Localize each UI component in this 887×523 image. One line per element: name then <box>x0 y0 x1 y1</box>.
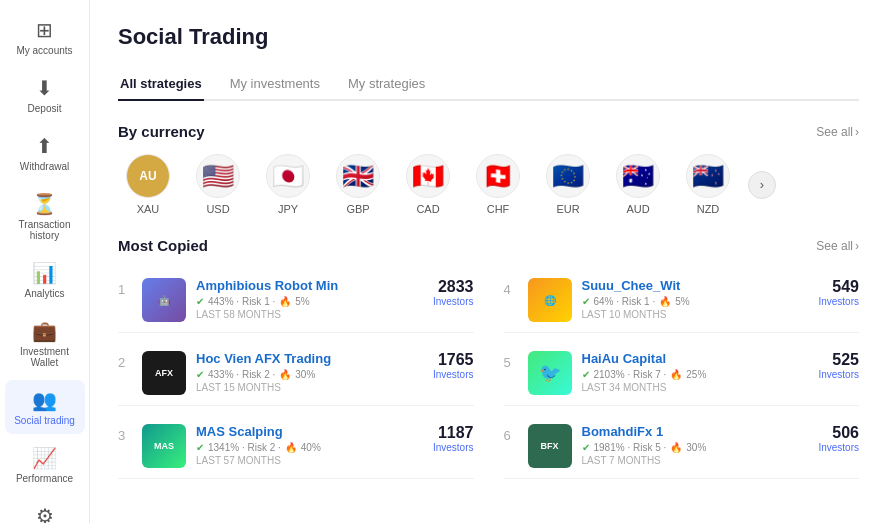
strategy-name-6[interactable]: BomahdiFx 1 <box>582 424 809 439</box>
currency-section-title: By currency <box>118 123 205 140</box>
sidebar-item-social-trading[interactable]: 👥 Social trading <box>5 380 85 434</box>
flag-chf: 🇨🇭 <box>476 154 520 198</box>
flag-cad: 🇨🇦 <box>406 154 450 198</box>
flag-eur: 🇪🇺 <box>546 154 590 198</box>
currency-item-eur[interactable]: 🇪🇺 EUR <box>538 154 598 215</box>
strategy-investors-4: 549 Investors <box>818 278 859 307</box>
tab-bar: All strategies My investments My strateg… <box>118 68 859 101</box>
strategy-thumb-4: 🌐 <box>528 278 572 322</box>
most-copied-grid: 1 🤖 Amphibious Robot Min ✔ 443% · Risk 1… <box>118 268 859 479</box>
sidebar: ⊞ My accounts ⬇ Deposit ⬆ Withdrawal ⏳ T… <box>0 0 90 523</box>
check-icon: ✔ <box>582 296 590 307</box>
currency-label-chf: CHF <box>487 203 510 215</box>
strategy-row-6: 6 BFX BomahdiFx 1 ✔ 1981% · Risk 5 · 🔥 3… <box>504 414 860 479</box>
wallet-icon: 💼 <box>32 319 57 343</box>
currency-label-gbp: GBP <box>346 203 369 215</box>
tab-all-strategies[interactable]: All strategies <box>118 68 204 101</box>
strategy-thumb-1: 🤖 <box>142 278 186 322</box>
strategy-investors-2: 1765 Investors <box>433 351 474 380</box>
strategy-info-6: BomahdiFx 1 ✔ 1981% · Risk 5 · 🔥 30% LAS… <box>582 424 809 466</box>
currency-item-usd[interactable]: 🇺🇸 USD <box>188 154 248 215</box>
strategy-info-2: Hoc Vien AFX Trading ✔ 433% · Risk 2 · 🔥… <box>196 351 423 393</box>
currency-next-button[interactable]: › <box>748 171 776 199</box>
currency-list: AU XAU 🇺🇸 USD 🇯🇵 JPY 🇬🇧 GBP 🇨🇦 CAD 🇨🇭 CH… <box>118 154 859 215</box>
flag-usd: 🇺🇸 <box>196 154 240 198</box>
flag-aud: 🇦🇺 <box>616 154 660 198</box>
strategy-row-4: 4 🌐 Suuu_Chee_Wit ✔ 64% · Risk 1 · 🔥 5% … <box>504 268 860 333</box>
strategy-rank-3: 3 <box>118 428 132 443</box>
strategy-rank-6: 6 <box>504 428 518 443</box>
sidebar-item-performance[interactable]: 📈 Performance <box>5 438 85 492</box>
currency-item-cad[interactable]: 🇨🇦 CAD <box>398 154 458 215</box>
tab-my-investments[interactable]: My investments <box>228 68 322 101</box>
chevron-right-icon: › <box>855 125 859 139</box>
flag-jpy: 🇯🇵 <box>266 154 310 198</box>
strategy-meta-6: ✔ 1981% · Risk 5 · 🔥 30% <box>582 442 809 453</box>
strategy-name-5[interactable]: HaiAu Capital <box>582 351 809 366</box>
currency-see-all[interactable]: See all › <box>816 125 859 139</box>
strategy-investors-6: 506 Investors <box>818 424 859 453</box>
strategy-name-2[interactable]: Hoc Vien AFX Trading <box>196 351 423 366</box>
sidebar-item-withdrawal[interactable]: ⬆ Withdrawal <box>5 126 85 180</box>
strategy-info-5: HaiAu Capital ✔ 2103% · Risk 7 · 🔥 25% L… <box>582 351 809 393</box>
strategy-duration-5: LAST 34 MONTHS <box>582 382 809 393</box>
strategy-meta-3: ✔ 1341% · Risk 2 · 🔥 40% <box>196 442 423 453</box>
sidebar-item-investment-wallet[interactable]: 💼 Investment Wallet <box>5 311 85 376</box>
sidebar-label: My accounts <box>16 45 72 56</box>
strategy-thumb-3: MAS <box>142 424 186 468</box>
withdrawal-icon: ⬆ <box>36 134 53 158</box>
social-trading-icon: 👥 <box>32 388 57 412</box>
currency-label-xau: XAU <box>137 203 160 215</box>
strategy-row-1: 1 🤖 Amphibious Robot Min ✔ 443% · Risk 1… <box>118 268 474 333</box>
fire-icon: 🔥 <box>659 296 671 307</box>
currency-item-xau[interactable]: AU XAU <box>118 154 178 215</box>
most-copied-section-header: Most Copied See all › <box>118 237 859 254</box>
performance-icon: 📈 <box>32 446 57 470</box>
check-icon: ✔ <box>582 442 590 453</box>
strategy-duration-6: LAST 7 MONTHS <box>582 455 809 466</box>
check-icon: ✔ <box>196 369 204 380</box>
currency-label-aud: AUD <box>626 203 649 215</box>
analytics-icon: 📊 <box>32 261 57 285</box>
strategy-investors-5: 525 Investors <box>818 351 859 380</box>
page-title: Social Trading <box>118 24 859 50</box>
sidebar-item-analytics[interactable]: 📊 Analytics <box>5 253 85 307</box>
currency-item-jpy[interactable]: 🇯🇵 JPY <box>258 154 318 215</box>
strategy-investors-3: 1187 Investors <box>433 424 474 453</box>
strategy-row-2: 2 AFX Hoc Vien AFX Trading ✔ 433% · Risk… <box>118 341 474 406</box>
currency-item-aud[interactable]: 🇦🇺 AUD <box>608 154 668 215</box>
fire-icon: 🔥 <box>670 442 682 453</box>
strategy-duration-4: LAST 10 MONTHS <box>582 309 809 320</box>
strategy-duration-1: LAST 58 MONTHS <box>196 309 423 320</box>
sidebar-item-settings[interactable]: ⚙ Settings New <box>5 496 85 523</box>
strategy-rank-4: 4 <box>504 282 518 297</box>
sidebar-item-deposit[interactable]: ⬇ Deposit <box>5 68 85 122</box>
strategy-investors-1: 2833 Investors <box>433 278 474 307</box>
strategy-duration-2: LAST 15 MONTHS <box>196 382 423 393</box>
most-copied-see-all[interactable]: See all › <box>816 239 859 253</box>
currency-section-header: By currency See all › <box>118 123 859 140</box>
strategy-meta-4: ✔ 64% · Risk 1 · 🔥 5% <box>582 296 809 307</box>
tab-my-strategies[interactable]: My strategies <box>346 68 427 101</box>
sidebar-item-my-accounts[interactable]: ⊞ My accounts <box>5 10 85 64</box>
check-icon: ✔ <box>196 296 204 307</box>
chevron-right-icon: › <box>855 239 859 253</box>
flag-xau: AU <box>126 154 170 198</box>
strategy-thumb-6: BFX <box>528 424 572 468</box>
strategy-rank-5: 5 <box>504 355 518 370</box>
flag-gbp: 🇬🇧 <box>336 154 380 198</box>
currency-item-chf[interactable]: 🇨🇭 CHF <box>468 154 528 215</box>
strategy-info-3: MAS Scalping ✔ 1341% · Risk 2 · 🔥 40% LA… <box>196 424 423 466</box>
currency-item-nzd[interactable]: 🇳🇿 NZD <box>678 154 738 215</box>
check-icon: ✔ <box>582 369 590 380</box>
strategy-row-5: 5 🐦 HaiAu Capital ✔ 2103% · Risk 7 · 🔥 2… <box>504 341 860 406</box>
most-copied-title: Most Copied <box>118 237 208 254</box>
strategy-name-3[interactable]: MAS Scalping <box>196 424 423 439</box>
main-content: Social Trading All strategies My investm… <box>90 0 887 523</box>
currency-label-nzd: NZD <box>697 203 720 215</box>
strategy-name-4[interactable]: Suuu_Chee_Wit <box>582 278 809 293</box>
strategy-name-1[interactable]: Amphibious Robot Min <box>196 278 423 293</box>
strategy-meta-5: ✔ 2103% · Risk 7 · 🔥 25% <box>582 369 809 380</box>
sidebar-item-transaction-history[interactable]: ⏳ Transaction history <box>5 184 85 249</box>
currency-item-gbp[interactable]: 🇬🇧 GBP <box>328 154 388 215</box>
